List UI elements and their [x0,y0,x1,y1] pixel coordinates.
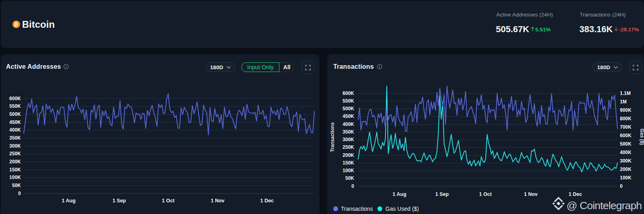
svg-text:@ Cointelegraph: @ Cointelegraph [567,200,642,212]
svg-text:900K: 900K [620,107,632,113]
svg-text:250K: 250K [342,144,354,150]
svg-text:100K: 100K [342,168,354,173]
svg-text:0: 0 [620,183,623,189]
svg-text:350K: 350K [9,135,21,141]
svg-text:350K: 350K [342,129,354,135]
svg-text:1 Dec: 1 Dec [260,198,273,204]
svg-text:800K: 800K [620,116,632,121]
svg-text:1 Aug: 1 Aug [62,198,75,204]
svg-text:200K: 200K [342,152,354,158]
svg-text:0: 0 [18,191,21,196]
svg-text:200K: 200K [9,159,21,165]
svg-text:300K: 300K [342,137,354,142]
svg-text:Gas ($): Gas ($) [639,129,644,145]
svg-text:Transactions: Transactions [330,122,335,152]
svg-text:1.1M: 1.1M [620,91,631,96]
svg-text:1 Nov: 1 Nov [524,191,538,197]
svg-text:Transactions: Transactions [341,206,373,212]
svg-text:1 Aug: 1 Aug [393,191,406,197]
svg-text:450K: 450K [342,113,354,119]
svg-text:600K: 600K [342,91,354,96]
svg-text:50K: 50K [12,183,21,188]
svg-text:150K: 150K [342,160,354,166]
svg-text:1 Nov: 1 Nov [211,198,224,204]
svg-text:550K: 550K [9,103,21,109]
svg-text:50K: 50K [345,175,354,181]
svg-text:500K: 500K [620,141,632,147]
svg-text:600K: 600K [620,133,632,138]
svg-text:700K: 700K [620,124,632,130]
svg-text:500K: 500K [342,106,354,111]
svg-text:100K: 100K [9,175,21,180]
svg-text:300K: 300K [620,158,632,164]
svg-text:1 Oct: 1 Oct [162,198,175,204]
svg-text:400K: 400K [342,121,354,127]
svg-text:250K: 250K [9,151,21,156]
svg-text:1 Sep: 1 Sep [112,198,126,204]
svg-text:500K: 500K [9,111,21,117]
svg-text:200K: 200K [620,167,632,172]
svg-text:300K: 300K [9,143,21,149]
svg-text:150K: 150K [9,167,21,173]
svg-text:1M: 1M [620,99,627,105]
svg-text:1 Sep: 1 Sep [435,191,449,197]
svg-text:1 Oct: 1 Oct [479,191,492,197]
svg-text:550K: 550K [342,98,354,104]
svg-text:600K: 600K [9,96,21,101]
svg-text:0: 0 [351,183,354,189]
svg-text:400K: 400K [620,150,632,155]
svg-text:100K: 100K [620,175,632,181]
svg-text:Gas Used ($): Gas Used ($) [385,206,419,212]
svg-text:450K: 450K [9,119,21,125]
svg-text:400K: 400K [9,127,21,133]
svg-text:1 Dec: 1 Dec [569,191,582,197]
